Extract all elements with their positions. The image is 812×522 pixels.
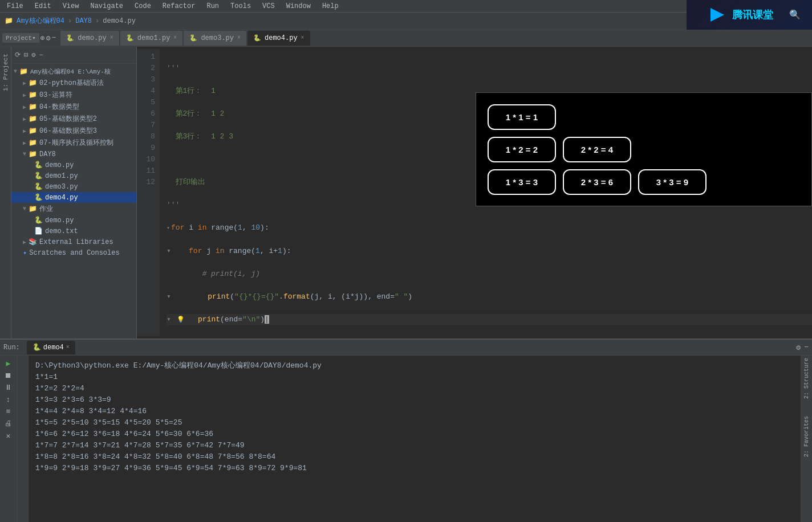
run-minimize-icon[interactable]: − bbox=[804, 343, 809, 352]
menu-code[interactable]: Code bbox=[132, 1, 153, 11]
run-result-7: 1*7=7 2*7=14 3*7=21 4*7=28 5*7=35 6*7=42… bbox=[35, 440, 794, 451]
breadcrumb-root[interactable]: Amy核心编程04 bbox=[17, 16, 64, 26]
menu-refactor[interactable]: Refactor bbox=[160, 1, 198, 11]
run-result-1: 1*1=1 bbox=[35, 372, 794, 383]
add-tab-icon[interactable]: ⊕ bbox=[40, 34, 45, 43]
bottom-panel: Run: 🐍 demo4 × ⚙ − ▶ ⏹ ⏸ ↕ ≡ 🖨 ✕ D:\Pyth… bbox=[0, 339, 812, 522]
close-panel-icon[interactable]: − bbox=[52, 34, 56, 42]
run-result-5: 1*5=5 2*5=10 3*5=15 4*5=20 5*5=25 bbox=[35, 417, 794, 429]
sidebar-sync-icon[interactable]: ⟳ bbox=[15, 51, 21, 59]
preview-cell-11: 1 * 1 = 1 bbox=[488, 104, 556, 130]
run-result-9: 1*9=9 2*9=18 3*9=27 4*9=36 5*9=45 6*9=54… bbox=[35, 463, 794, 474]
line-numbers: 12345 678910 1112 bbox=[137, 49, 160, 336]
sidebar-collapse-icon[interactable]: ⊟ bbox=[24, 51, 28, 59]
tab-demo1[interactable]: 🐍 demo1.py × bbox=[120, 31, 183, 46]
menu-edit[interactable]: Edit bbox=[33, 1, 54, 11]
tree-item-demo[interactable]: 🐍 demo.py bbox=[11, 160, 136, 170]
preview-cell-13: 1 * 3 = 3 bbox=[488, 169, 556, 195]
tab-demo1-icon: 🐍 bbox=[126, 34, 134, 42]
tab-demo-icon: 🐍 bbox=[66, 34, 74, 42]
run-output: D:\Python3\python.exe E:/Amy-核心编程04/Amy核… bbox=[29, 356, 801, 522]
settings-icon[interactable]: ⚙ bbox=[46, 34, 51, 43]
project-btn[interactable]: Project▾ bbox=[2, 33, 39, 43]
tab-demo1-label: demo1.py bbox=[137, 34, 170, 42]
tree-item-scratches[interactable]: ✦ Scratches and Consoles bbox=[11, 247, 136, 258]
run-print-icon[interactable]: 🖨 bbox=[5, 419, 12, 428]
preview-cell-22: 2 * 2 = 4 bbox=[563, 137, 631, 162]
run-result-4: 1*4=4 2*4=8 3*4=12 4*4=16 bbox=[35, 406, 794, 417]
tree-item-hw-demo[interactable]: 🐍 demo.py bbox=[11, 215, 136, 226]
sidebar: ⟳ ⊟ ⚙ − ▼ 📁 Amy核心编程04 E:\Amy-核 ▶📁 02-pyt… bbox=[11, 47, 137, 339]
tree-item-demo1[interactable]: 🐍 demo1.py bbox=[11, 170, 136, 181]
tab-demo3-icon: 🐍 bbox=[189, 34, 197, 42]
code-line-9: ▾ for j in range(1, i+1): bbox=[167, 246, 812, 257]
tree-item-04[interactable]: ▶📁 04-数据类型 bbox=[11, 101, 136, 113]
code-line-8: ▾for i in range(1, 10): bbox=[167, 222, 812, 234]
menu-view[interactable]: View bbox=[60, 1, 82, 11]
sidebar-close-icon[interactable]: − bbox=[39, 51, 43, 59]
run-result-3: 1*3=3 2*3=6 3*3=9 bbox=[35, 394, 794, 406]
vtab-structure[interactable]: 2: Structure bbox=[803, 358, 810, 399]
tree-item-03[interactable]: ▶📁 03-运算符 bbox=[11, 89, 136, 101]
tab-demo-label: demo.py bbox=[78, 34, 106, 42]
main-content: 1: Project ⟳ ⊟ ⚙ − ▼ 📁 Amy核心编程04 E:\Amy-… bbox=[0, 47, 812, 339]
tree-item-demo4[interactable]: 🐍 demo4.py bbox=[11, 192, 136, 203]
tencent-logo: 腾讯课堂 🔍 bbox=[687, 0, 812, 30]
menu-run[interactable]: Run bbox=[204, 1, 221, 11]
tree-item-02[interactable]: ▶📁 02-python基础语法 bbox=[11, 77, 136, 89]
code-line-1: ''' bbox=[167, 63, 812, 74]
tree-item-05[interactable]: ▶📁 05-基础数据类型2 bbox=[11, 113, 136, 125]
left-vtabs: 1: Project bbox=[0, 47, 11, 339]
tab-demo3[interactable]: 🐍 demo3.py × bbox=[184, 31, 246, 46]
breadcrumb-day8[interactable]: DAY8 bbox=[75, 17, 92, 25]
run-sidebar: ▶ ⏹ ⏸ ↕ ≡ 🖨 ✕ bbox=[0, 356, 17, 522]
tencent-search-icon[interactable]: 🔍 bbox=[787, 8, 803, 22]
menu-file[interactable]: File bbox=[5, 1, 26, 11]
run-play-btn[interactable]: ▶ bbox=[6, 359, 11, 368]
tree-root[interactable]: ▼ 📁 Amy核心编程04 E:\Amy-核 bbox=[11, 66, 136, 77]
tree-item-07[interactable]: ▶📁 07-顺序执行及循环控制 bbox=[11, 137, 136, 149]
run-pause-btn[interactable]: ⏸ bbox=[5, 384, 12, 392]
menu-navigate[interactable]: Navigate bbox=[88, 1, 125, 11]
menu-tools[interactable]: Tools bbox=[228, 1, 253, 11]
vtab-project[interactable]: 1: Project bbox=[1, 49, 10, 96]
tab-demo3-label: demo3.py bbox=[201, 34, 234, 42]
vtab-favorites[interactable]: 2: Favorites bbox=[803, 416, 810, 457]
tab-demo1-close[interactable]: × bbox=[173, 35, 177, 41]
tencent-logo-text: 腾讯课堂 bbox=[730, 7, 776, 23]
tree-item-06[interactable]: ▶📁 06-基础数据类型3 bbox=[11, 125, 136, 137]
editor-area: 12345 678910 1112 ''' 第1行： 1 第2行： 1 2 第3… bbox=[137, 47, 812, 339]
run-settings-icon[interactable]: ⚙ bbox=[796, 343, 801, 352]
run-tabbar: Run: 🐍 demo4 × ⚙ − bbox=[0, 340, 812, 356]
preview-row-1: 1 * 1 = 1 bbox=[488, 104, 556, 130]
tree-item-homework[interactable]: ▼📁 作业 bbox=[11, 203, 136, 215]
menubar: File Edit View Navigate Code Refactor Ru… bbox=[0, 0, 812, 13]
tab-demo-close[interactable]: × bbox=[110, 35, 113, 41]
menu-vcs[interactable]: VCS bbox=[260, 1, 277, 11]
tree-item-ext-libs[interactable]: ▶📚 External Libraries bbox=[11, 236, 136, 247]
tree-item-hw-txt[interactable]: 📄 demo.txt bbox=[11, 226, 136, 236]
tree-item-demo3[interactable]: 🐍 demo3.py bbox=[11, 181, 136, 192]
run-result-8: 1*8=8 2*8=16 3*8=24 4*8=32 5*8=40 6*8=48… bbox=[35, 451, 794, 463]
tab-demo3-close[interactable]: × bbox=[237, 35, 241, 41]
sidebar-settings-icon[interactable]: ⚙ bbox=[31, 51, 35, 59]
run-clear-icon[interactable]: ✕ bbox=[6, 431, 11, 441]
menu-window[interactable]: Window bbox=[284, 1, 313, 11]
tab-demo4-close[interactable]: × bbox=[301, 35, 304, 41]
run-rerun-btn[interactable]: ↕ bbox=[6, 395, 11, 404]
tree-item-day8[interactable]: ▼📁 DAY8 bbox=[11, 149, 136, 160]
run-tab-close[interactable]: × bbox=[66, 344, 70, 350]
run-tab-label: demo4 bbox=[43, 344, 64, 352]
run-stop-btn[interactable]: ⏹ bbox=[5, 372, 12, 380]
breadcrumb-file[interactable]: demo4.py bbox=[103, 17, 136, 25]
run-tab-demo4[interactable]: 🐍 demo4 × bbox=[27, 341, 75, 354]
menu-help[interactable]: Help bbox=[320, 1, 341, 11]
code-line-11: ▾ print("{}*{}={}".format(j, i, (i*j)), … bbox=[167, 291, 812, 303]
run-scroll-icon[interactable]: ≡ bbox=[6, 407, 11, 416]
tab-demo[interactable]: 🐍 demo.py × bbox=[60, 31, 119, 46]
run-right-vtabs: 2: Structure 2: Favorites bbox=[801, 356, 812, 522]
run-toolbar-right: ⚙ − bbox=[796, 343, 809, 352]
run-tab-icon: 🐍 bbox=[33, 343, 41, 352]
run-label: Run: bbox=[3, 344, 20, 352]
tab-demo4[interactable]: 🐍 demo4.py × bbox=[247, 31, 310, 46]
